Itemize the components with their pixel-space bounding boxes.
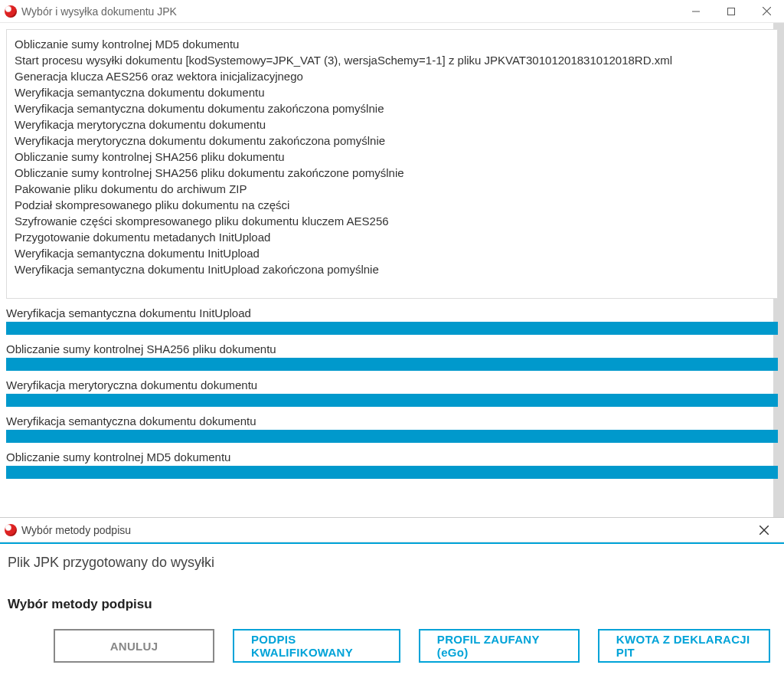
log-line: Obliczanie sumy kontrolnej MD5 dokumentu [15,36,769,52]
log-line: Pakowanie pliku dokumentu do archiwum ZI… [15,181,769,197]
log-line: Weryfikacja semantyczna dokumentu InitUp… [15,261,769,277]
log-line: Weryfikacja merytoryczna dokumentu dokum… [15,116,769,133]
progress-item: Weryfikacja semantyczna dokumentu dokume… [6,414,778,443]
log-line: Weryfikacja semantyczna dokumentu dokume… [15,84,769,100]
progress-label: Weryfikacja merytoryczna dokumentu dokum… [6,378,778,391]
progress-section: Weryfikacja semantyczna dokumentu InitUp… [0,306,784,479]
dialog-buttons: ANULUJ PODPIS KWALIFIKOWANY PROFIL ZAUFA… [0,626,784,678]
log-line: Weryfikacja semantyczna dokumentu InitUp… [15,245,769,261]
app-icon [5,524,17,536]
app-icon [5,5,17,18]
dialog-title: Wybór metody podpisu [21,524,749,536]
dialog-close-button[interactable] [749,519,779,542]
qualified-signature-button[interactable]: PODPIS KWALIFIKOWANY [233,629,400,663]
progress-item: Obliczanie sumy kontrolnej MD5 dokumentu [6,450,778,479]
progress-bar [6,430,778,443]
trusted-profile-button[interactable]: PROFIL ZAUFANY (eGo) [419,629,580,663]
progress-item: Weryfikacja merytoryczna dokumentu dokum… [6,378,778,407]
log-line: Start procesu wysyłki dokumentu [kodSyst… [15,52,769,68]
dialog-subtitle: Plik JPK przygotowany do wysyłki [0,544,784,586]
progress-label: Weryfikacja semantyczna dokumentu InitUp… [6,306,778,319]
dialog-titlebar: Wybór metody podpisu [0,518,784,542]
dialog-heading: Wybór metody podpisu [0,586,784,626]
log-line: Obliczanie sumy kontrolnej SHA256 pliku … [15,165,769,181]
pit-amount-button[interactable]: KWOTA Z DEKLARACJI PIT [598,629,770,663]
cancel-button[interactable]: ANULUJ [54,629,214,663]
log-line: Weryfikacja semantyczna dokumentu dokume… [15,100,769,116]
minimize-button[interactable] [678,0,714,23]
maximize-button[interactable] [714,0,749,23]
progress-item: Weryfikacja semantyczna dokumentu InitUp… [6,306,778,335]
log-panel: Obliczanie sumy kontrolnej MD5 dokumentu… [6,29,778,299]
log-line: Generacja klucza AES256 oraz wektora ini… [15,68,769,84]
progress-bar [6,394,778,407]
progress-bar [6,466,778,479]
log-line: Weryfikacja merytoryczna dokumentu dokum… [15,133,769,149]
progress-label: Weryfikacja semantyczna dokumentu dokume… [6,414,778,427]
progress-item: Obliczanie sumy kontrolnej SHA256 pliku … [6,342,778,371]
log-line: Podział skompresowanego pliku dokumentu … [15,197,769,213]
log-line: Obliczanie sumy kontrolnej SHA256 pliku … [15,149,769,165]
window-title: Wybór i wysyłka dokumentu JPK [21,5,177,18]
signature-method-dialog: Wybór metody podpisu Plik JPK przygotowa… [0,517,784,678]
progress-bar [6,322,778,335]
progress-label: Obliczanie sumy kontrolnej MD5 dokumentu [6,450,778,463]
close-button[interactable] [749,0,784,23]
log-line: Szyfrowanie części skompresowanego pliku… [15,213,769,229]
svg-rect-1 [728,8,735,15]
progress-label: Obliczanie sumy kontrolnej SHA256 pliku … [6,342,778,355]
progress-bar [6,358,778,371]
window-titlebar: Wybór i wysyłka dokumentu JPK [0,0,784,23]
log-line: Przygotowanie dokumentu metadanych InitU… [15,229,769,245]
